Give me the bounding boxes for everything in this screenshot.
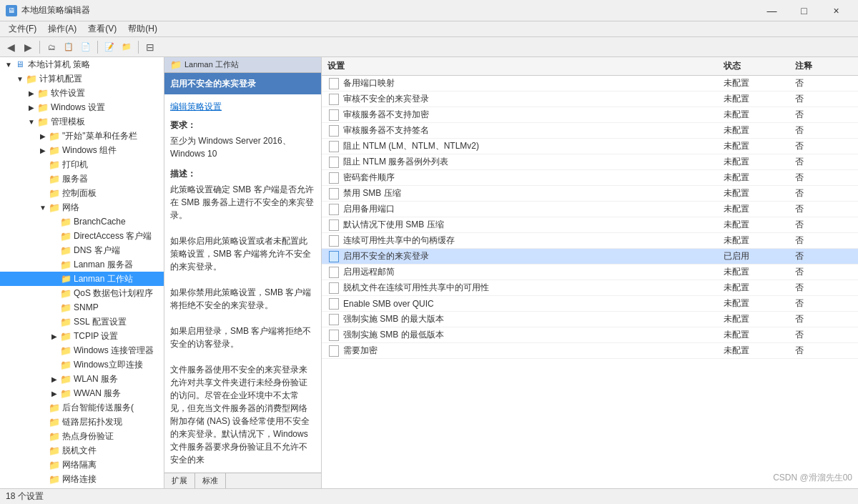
setting-note-label: 否 — [795, 219, 852, 231]
tab-standard[interactable]: 标准 — [195, 473, 226, 488]
tree-item-branchcache[interactable]: 📁 BranchCache — [0, 214, 164, 229]
tree-item-win-components[interactable]: ▶ 📁 Windows 组件 — [0, 143, 164, 157]
tree-item-lanman-workstation[interactable]: 📁 Lanman 工作站 — [0, 272, 164, 286]
table-row[interactable]: 密码套件顺序未配置否 — [322, 170, 858, 186]
main-area: ▼ 🖥 本地计算机 策略 ▼ 📁 计算机配置 ▶ 📁 软件设置 ▶ 📁 Wind… — [0, 57, 858, 488]
tree-item-software[interactable]: ▶ 📁 软件设置 — [0, 86, 164, 100]
desc-location-label: Lanman 工作站 — [184, 59, 239, 70]
tree-label-bits: 后台智能传送服务( — [62, 402, 134, 414]
setting-name-label: 强制实施 SMB 的最低版本 — [343, 329, 724, 341]
setting-name-label: 备用端口映射 — [343, 77, 724, 89]
folder-icon-dns: 📁 — [60, 244, 72, 256]
tree-item-snmp[interactable]: 📁 SNMP — [0, 300, 164, 315]
expand-dns-icon — [49, 244, 60, 256]
table-row[interactable]: 阻止 NTLM 服务器例外列表未配置否 — [322, 154, 858, 170]
tree-item-bits[interactable]: 📁 后台智能传送服务( — [0, 400, 164, 415]
setting-name-label: 需要加密 — [343, 345, 724, 357]
back-button[interactable]: ◀ — [3, 39, 19, 55]
close-button[interactable]: × — [820, 0, 852, 21]
table-row[interactable]: 禁用 SMB 压缩未配置否 — [322, 186, 858, 202]
folder-icon-hotspot: 📁 — [49, 430, 60, 442]
tree-root[interactable]: ▼ 🖥 本地计算机 策略 — [0, 57, 164, 71]
desc-header: 启用不安全的来宾登录 — [164, 73, 321, 94]
setting-note-label: 否 — [795, 124, 852, 137]
tree-item-ssl[interactable]: 📁 SSL 配置设置 — [0, 315, 164, 329]
expand-ls-icon — [49, 259, 60, 270]
tree-label-ncsi: 网络连接状态指示 — [62, 488, 131, 489]
tree-item-directaccess[interactable]: 📁 DirectAccess 客户端 — [0, 229, 164, 243]
tree-item-network[interactable]: ▼ 📁 网络 — [0, 200, 164, 214]
tree-item-wwan[interactable]: ▶ 📁 WWAN 服务 — [0, 386, 164, 400]
tree-item-control-panel[interactable]: 📁 控制面板 — [0, 186, 164, 200]
tab-expand[interactable]: 扩展 — [164, 473, 195, 488]
tree-item-wlan[interactable]: ▶ 📁 WLAN 服务 — [0, 372, 164, 386]
tree-item-windows-settings[interactable]: ▶ 📁 Windows 设置 — [0, 100, 164, 114]
tree-label-win-settings: Windows 设置 — [51, 102, 105, 114]
table-row[interactable]: 需要加密未配置否 — [322, 343, 858, 359]
setting-name-label: 禁用 SMB 压缩 — [343, 187, 724, 199]
setting-name-label: 强制实施 SMB 的最大版本 — [343, 313, 724, 325]
tree-item-qos[interactable]: 📁 QoS 数据包计划程序 — [0, 286, 164, 300]
forward-button[interactable]: ▶ — [20, 39, 36, 55]
folder-icon-wconnect: 📁 — [60, 359, 72, 370]
menu-file[interactable]: 文件(F) — [3, 21, 42, 36]
tree-item-isolation[interactable]: 📁 网络隔离 — [0, 458, 164, 472]
table-row[interactable]: 启用不安全的来宾登录已启用否 — [322, 249, 858, 265]
table-row[interactable]: 阻止 NTLM (LM、NTLM、NTLMv2)未配置否 — [322, 139, 858, 154]
tree-label-ls: Lanman 服务器 — [74, 259, 133, 271]
expand-bits-icon — [37, 402, 49, 413]
tree-item-start-menu[interactable]: ▶ 📁 "开始"菜单和任务栏 — [0, 129, 164, 143]
copy-button[interactable]: 📋 — [61, 39, 77, 55]
tree-item-admin-templates[interactable]: ▼ 📁 管理模板 — [0, 114, 164, 129]
table-row[interactable]: 默认情况下使用 SMB 压缩未配置否 — [322, 217, 858, 233]
col-header-status: 状态 — [724, 60, 795, 72]
table-row[interactable]: 强制实施 SMB 的最低版本未配置否 — [322, 327, 858, 343]
tree-item-printer[interactable]: 📁 打印机 — [0, 157, 164, 172]
tree-item-wconnect[interactable]: 📁 Windows立即连接 — [0, 357, 164, 372]
show-hide-button[interactable]: 🗂 — [44, 39, 59, 55]
table-row[interactable]: 审核服务器不支持加密未配置否 — [322, 107, 858, 123]
tree-item-lanman-server[interactable]: 📁 Lanman 服务器 — [0, 257, 164, 272]
menu-view[interactable]: 查看(V) — [82, 21, 122, 36]
tree-item-tcpip[interactable]: ▶ 📁 TCPIP 设置 — [0, 329, 164, 343]
setting-status-label: 未配置 — [724, 234, 795, 247]
filter-button[interactable]: ⊟ — [142, 39, 158, 55]
table-row[interactable]: 启用远程邮简未配置否 — [322, 265, 858, 280]
table-row[interactable]: 连续可用性共享中的句柄缓存未配置否 — [322, 233, 858, 249]
menu-help[interactable]: 帮助(H) — [122, 21, 163, 36]
tree-item-lldp[interactable]: 📁 链路层拓扑发现 — [0, 415, 164, 429]
tree-item-hotspot[interactable]: 📁 热点身份验证 — [0, 429, 164, 443]
setting-note-label: 否 — [795, 297, 852, 310]
tree-item-winconn[interactable]: 📁 Windows 连接管理器 — [0, 343, 164, 357]
folder-icon-tcpip: 📁 — [60, 330, 72, 342]
minimize-button[interactable]: — — [756, 0, 788, 21]
setting-status-label: 未配置 — [724, 219, 795, 231]
tree-item-ncsi[interactable]: 📁 网络连接状态指示 — [0, 486, 164, 488]
tree-item-computer-config[interactable]: ▼ 📁 计算机配置 — [0, 71, 164, 86]
tree-item-netconn[interactable]: 📁 网络连接 — [0, 472, 164, 486]
setting-name-label: 默认情况下使用 SMB 压缩 — [343, 219, 724, 231]
menu-action[interactable]: 操作(A) — [42, 21, 82, 36]
table-row[interactable]: 脱机文件在连续可用性共享中的可用性未配置否 — [322, 280, 858, 296]
setting-status-label: 未配置 — [724, 266, 795, 278]
table-row[interactable]: 审核服务器不支持签名未配置否 — [322, 123, 858, 139]
properties-button[interactable]: 📝 — [102, 39, 117, 55]
tree-item-offline[interactable]: 📁 脱机文件 — [0, 443, 164, 458]
table-row[interactable]: 审核不安全的来宾登录未配置否 — [322, 92, 858, 107]
setting-status-label: 未配置 — [724, 77, 795, 89]
table-row[interactable]: 备用端口映射未配置否 — [322, 76, 858, 92]
setting-status-label: 未配置 — [724, 140, 795, 152]
setting-name-label: 启用备用端口 — [343, 203, 724, 215]
setting-note-label: 否 — [795, 187, 852, 199]
paste-button[interactable]: 📄 — [78, 39, 94, 55]
edit-policy-link[interactable]: 编辑策略设置 — [170, 102, 222, 112]
maximize-button[interactable]: □ — [788, 0, 820, 21]
tree-item-dns[interactable]: 📁 DNS 客户端 — [0, 243, 164, 257]
table-row[interactable]: 强制实施 SMB 的最大版本未配置否 — [322, 312, 858, 327]
folder-icon-netconn: 📁 — [49, 473, 60, 485]
table-row[interactable]: 启用备用端口未配置否 — [322, 202, 858, 217]
tree-item-server[interactable]: 📁 服务器 — [0, 172, 164, 186]
up-button[interactable]: 📁 — [119, 39, 134, 55]
window-controls: — □ × — [756, 0, 852, 21]
table-row[interactable]: Enable SMB over QUIC未配置否 — [322, 296, 858, 312]
